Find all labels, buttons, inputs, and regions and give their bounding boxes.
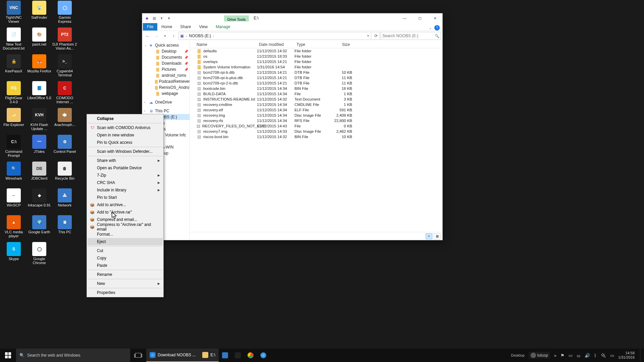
tray-action-center-icon[interactable]: ▭ xyxy=(610,353,614,358)
nav-this-pc[interactable]: ⌃🖥This PC xyxy=(142,108,190,114)
desktop-icon[interactable]: 🌍Google Earth xyxy=(27,215,52,234)
tray-power-icon[interactable]: 🔌 xyxy=(601,353,606,358)
table-row[interactable]: ▤RECOVERY_FILES_DO_NOT_EDIT11/12/2015 14… xyxy=(190,123,442,129)
search-input[interactable] xyxy=(382,34,435,38)
desktop-icon[interactable]: 🖥This PC xyxy=(52,215,77,234)
menu-item[interactable]: CRC SHA▶ xyxy=(88,179,163,186)
desktop-icon[interactable]: CCOMODO Internet ... xyxy=(52,81,77,104)
tray-clock[interactable]: 14:58 1/31/2016 xyxy=(618,351,635,360)
desktop-icon[interactable]: 🖧Network xyxy=(52,188,77,207)
table-row[interactable]: ▇overlays11/12/2015 14:21File folder xyxy=(190,59,442,64)
menu-item[interactable]: Pin to Start xyxy=(88,194,163,201)
table-row[interactable]: ▇System Volume Information1/31/2016 14:5… xyxy=(190,64,442,70)
show-desktop-sliver[interactable] xyxy=(640,349,642,362)
nav-onedrive[interactable]: ⌃☁OneDrive xyxy=(142,99,190,105)
nav-up-icon[interactable]: ↑ xyxy=(170,32,178,40)
qat-customize-icon[interactable]: ▾ xyxy=(166,15,172,21)
desktop-icon[interactable]: VNCTightVNC Viewer xyxy=(1,1,26,23)
breadcrumb-segment[interactable]: NOOBS (E:) xyxy=(189,34,211,38)
breadcrumb[interactable]: ▣ › NOOBS (E:) › ▼ xyxy=(178,32,371,40)
menu-item[interactable]: Pin to Quick access xyxy=(88,139,163,146)
table-row[interactable]: ▤recovery.rfs11/12/2015 14:34RFS File22,… xyxy=(190,118,442,123)
desktop-icon[interactable]: ◆Inkscape 0.91 xyxy=(27,188,52,207)
table-row[interactable]: ▤BUILD-DATA11/12/2015 14:34File1 KB xyxy=(190,91,442,97)
menu-item[interactable]: 📦Add to archive... xyxy=(88,201,163,208)
app-icon[interactable]: ◆ xyxy=(144,15,150,21)
menu-item[interactable]: Cut xyxy=(88,247,163,254)
start-button[interactable] xyxy=(0,349,16,362)
menu-item[interactable]: Rename xyxy=(88,271,163,278)
desktop-icon[interactable]: SSkype xyxy=(1,242,26,261)
menu-item[interactable]: Copy xyxy=(88,254,163,262)
nav-item[interactable]: ▇Pictures📌 xyxy=(142,66,190,72)
menu-item[interactable]: Collapse xyxy=(88,115,163,122)
menu-item[interactable]: Share with▶ xyxy=(88,157,163,164)
table-row[interactable]: ▤INSTRUCTIONS-README.txt11/12/2015 14:32… xyxy=(190,97,442,102)
close-button[interactable]: ✕ xyxy=(427,13,442,23)
table-row[interactable]: ▤bcm2708-rpi-b-plus.dtb11/12/2015 14:21D… xyxy=(190,75,442,80)
nav-item[interactable]: ▇webpage xyxy=(142,90,190,97)
tray-volume-icon[interactable]: 🔊 xyxy=(585,353,590,358)
taskbar-item-cmd[interactable] xyxy=(231,349,244,362)
help-icon[interactable]: ? xyxy=(434,25,440,31)
tab-home[interactable]: Home xyxy=(157,23,176,31)
qat-properties-icon[interactable]: ▥ xyxy=(152,15,157,21)
nav-quick-access[interactable]: ⌄★Quick access xyxy=(142,42,190,48)
table-row[interactable]: ▤bootcode.bin11/12/2015 14:34BIN File18 … xyxy=(190,86,442,91)
desktop-icon[interactable]: 📘LibreOffice 5.0 xyxy=(27,81,52,100)
task-view-button[interactable] xyxy=(130,353,146,358)
menu-item[interactable]: 📦Add to "Archive.rar" xyxy=(88,208,163,216)
menu-item[interactable]: Paste xyxy=(88,262,163,269)
table-row[interactable]: ▤recovery.img11/12/2015 14:34Disc Image … xyxy=(190,113,442,118)
menu-item[interactable]: New▶ xyxy=(88,280,163,287)
search-box[interactable]: 🔍 xyxy=(381,32,441,40)
nav-recent-icon[interactable]: ▼ xyxy=(161,32,169,40)
table-row[interactable]: ▤recovery7.img11/12/2015 14:33Disc Image… xyxy=(190,129,442,134)
taskbar-item-store[interactable] xyxy=(219,349,231,362)
minimize-button[interactable]: — xyxy=(397,13,412,23)
nav-item[interactable]: ▇Desktop📌 xyxy=(142,48,190,54)
desktop-icon[interactable]: 📁File Explorer xyxy=(1,108,26,127)
menu-item[interactable]: Scan with Windows Defender... xyxy=(88,148,163,155)
nav-item[interactable]: ▇RemixOS_Android_f xyxy=(142,84,190,90)
desktop-icon[interactable]: ⚙Control Panel xyxy=(52,135,77,154)
desktop-icon[interactable]: KVHKVH Flash Update ... xyxy=(27,108,52,131)
user-indicator[interactable]: lutusp xyxy=(529,352,550,359)
nav-item[interactable]: ▇android_roms xyxy=(142,72,190,78)
menu-item[interactable]: Include in library▶ xyxy=(88,186,163,194)
desktop-icon[interactable]: 🕷Arachnoph... xyxy=(52,108,77,127)
menu-item[interactable]: Properties xyxy=(88,289,163,296)
taskbar-item-explorer[interactable]: E:\ xyxy=(199,349,219,362)
show-desktop-button[interactable]: Desktop xyxy=(511,353,524,357)
desktop-icon[interactable]: 📄New Text Document.txt xyxy=(1,27,26,50)
desktop-icon[interactable]: >_Cygwin64 Terminal xyxy=(52,54,77,77)
table-row[interactable]: ▤bcm2708-rpi-b.dtb11/12/2015 14:21DTB Fi… xyxy=(190,70,442,75)
tab-manage[interactable]: Manage xyxy=(212,23,234,31)
nav-item[interactable]: ▇PodcastRetriever xyxy=(142,78,190,84)
maximize-button[interactable]: ▢ xyxy=(412,13,427,23)
nav-item[interactable]: ▇Documents📌 xyxy=(142,54,190,60)
refresh-button[interactable]: ⟳ xyxy=(372,32,380,40)
table-row[interactable]: ▤riscos-boot.bin11/12/2015 14:32BIN File… xyxy=(190,134,442,139)
col-size[interactable]: Size xyxy=(328,42,352,47)
desktop-icon[interactable]: ▲VLC media player xyxy=(1,215,26,238)
desktop-icon[interactable]: 〰JTides xyxy=(27,135,52,154)
taskbar-item-ie-pinned[interactable] xyxy=(257,349,270,362)
breadcrumb-dropdown-icon[interactable]: ▼ xyxy=(367,34,370,38)
desktop-icon[interactable]: 🎨paint.net xyxy=(27,27,52,46)
taskbar-item-ie[interactable]: Download NOOBS ... xyxy=(146,349,199,362)
menu-item[interactable]: 📦Compress to "Archive.rar" and email xyxy=(88,223,163,231)
col-name[interactable]: Name xyxy=(190,42,257,47)
menu-item[interactable]: Open in new window xyxy=(88,131,163,139)
menu-item[interactable]: Format... xyxy=(88,231,163,238)
desktop-icon[interactable]: 🗑Recycle Bin xyxy=(52,162,77,180)
table-row[interactable]: ▇os11/22/2015 18:33File folder xyxy=(190,54,442,59)
ribbon-expand-icon[interactable]: ⌄ xyxy=(429,26,432,30)
taskbar-item-chrome[interactable] xyxy=(244,349,257,362)
desktop-icon[interactable]: ◯Google Chrome xyxy=(27,242,52,265)
tray-network-icon[interactable]: ⚍ xyxy=(577,353,581,358)
view-large-icons-button[interactable]: ▦ xyxy=(434,233,440,239)
nav-item[interactable]: ▇Downloads📌 xyxy=(142,60,190,66)
menu-item[interactable]: 7-Zip▶ xyxy=(88,172,163,179)
menu-item[interactable]: Eject xyxy=(88,238,163,245)
